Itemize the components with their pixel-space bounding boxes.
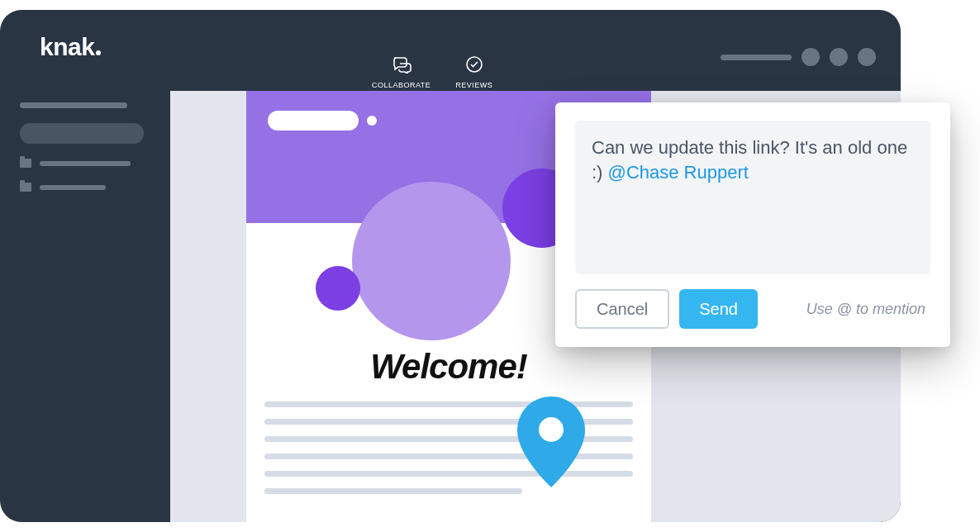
tab-collaborate[interactable]: COLLABORATE — [372, 55, 431, 89]
email-title: Welcome! — [370, 347, 527, 387]
window-dot[interactable] — [858, 48, 876, 66]
brand-logo: knak — [40, 33, 101, 61]
brand-name: knak — [40, 33, 94, 60]
decorative-circle — [352, 182, 511, 340]
comment-footer: Cancel Send Use @ to mention — [575, 289, 930, 329]
map-pin-icon — [517, 397, 585, 487]
sidebar-item[interactable] — [20, 183, 154, 192]
text-line — [264, 488, 522, 494]
comment-input[interactable]: Can we update this link? It's an old one… — [575, 121, 930, 274]
hero-badge — [268, 111, 377, 131]
sidebar-item-label — [40, 161, 131, 166]
mention-hint: Use @ to mention — [806, 301, 925, 318]
sidebar-item[interactable] — [20, 159, 154, 168]
sidebar — [0, 91, 170, 522]
tab-reviews[interactable]: REVIEWS — [455, 55, 492, 89]
top-tabs: COLLABORATE REVIEWS — [372, 55, 492, 89]
chat-icon — [391, 55, 412, 77]
window-controls — [721, 48, 876, 66]
send-button[interactable]: Send — [679, 289, 758, 329]
svg-point-1 — [539, 417, 564, 442]
comment-panel: Can we update this link? It's an old one… — [555, 102, 950, 347]
mention-chip[interactable]: @Chase Ruppert — [608, 162, 749, 183]
decorative-circle — [316, 266, 360, 311]
window-dot[interactable] — [830, 48, 848, 66]
window-bar — [721, 55, 792, 60]
app-header: knak COLLABORATE REVI — [0, 10, 901, 91]
tab-collaborate-label: COLLABORATE — [372, 81, 431, 89]
sidebar-item-label — [40, 185, 106, 190]
tab-reviews-label: REVIEWS — [455, 81, 492, 89]
hero-dot — [367, 116, 377, 126]
window-dot[interactable] — [802, 48, 820, 66]
cancel-button[interactable]: Cancel — [575, 289, 669, 329]
sidebar-active-item[interactable] — [20, 123, 144, 144]
folder-icon — [20, 183, 31, 192]
brand-dot — [96, 50, 101, 55]
sidebar-placeholder-line — [20, 102, 127, 108]
hero-pill — [268, 111, 359, 131]
check-circle-icon — [465, 55, 483, 77]
folder-icon — [20, 159, 31, 168]
